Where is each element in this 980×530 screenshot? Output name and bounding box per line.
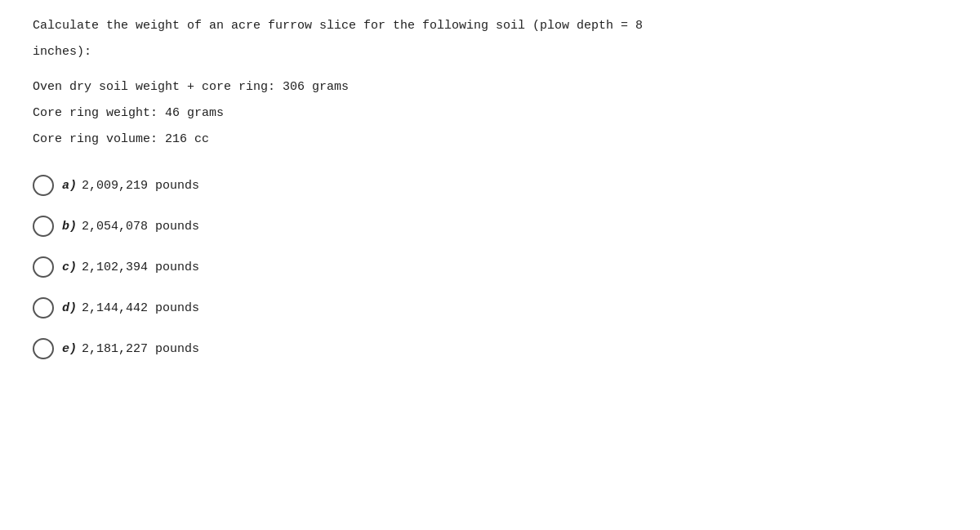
options-container: a) 2,009,219 pounds b) 2,054,078 pounds … [33, 175, 947, 359]
question-line1: Calculate the weight of an acre furrow s… [33, 16, 947, 36]
option-c[interactable]: c) 2,102,394 pounds [33, 256, 947, 278]
option-b[interactable]: b) 2,054,078 pounds [33, 216, 947, 237]
radio-c[interactable] [33, 256, 54, 278]
option-a[interactable]: a) 2,009,219 pounds [33, 175, 947, 196]
option-e-label: e) [62, 342, 77, 356]
option-b-value: 2,054,078 pounds [82, 220, 199, 234]
given-data: Oven dry soil weight + core ring: 306 gr… [33, 75, 947, 152]
radio-a[interactable] [33, 175, 54, 196]
question-line2: inches): [33, 42, 947, 62]
option-c-value: 2,102,394 pounds [82, 261, 199, 274]
option-b-label: b) [62, 220, 77, 234]
given-item3: Core ring volume: 216 cc [33, 127, 947, 152]
option-c-label: c) [62, 261, 77, 274]
radio-e[interactable] [33, 338, 54, 359]
option-e[interactable]: e) 2,181,227 pounds [33, 338, 947, 359]
option-a-label: a) [62, 179, 77, 193]
question-block: Calculate the weight of an acre furrow s… [33, 16, 947, 152]
radio-d[interactable] [33, 297, 54, 318]
option-d-value: 2,144,442 pounds [82, 301, 199, 315]
option-e-value: 2,181,227 pounds [82, 342, 199, 356]
given-item2: Core ring weight: 46 grams [33, 101, 947, 126]
option-d[interactable]: d) 2,144,442 pounds [33, 297, 947, 318]
radio-b[interactable] [33, 216, 54, 237]
option-d-label: d) [62, 301, 77, 315]
option-a-value: 2,009,219 pounds [82, 179, 199, 193]
given-item1: Oven dry soil weight + core ring: 306 gr… [33, 75, 947, 100]
